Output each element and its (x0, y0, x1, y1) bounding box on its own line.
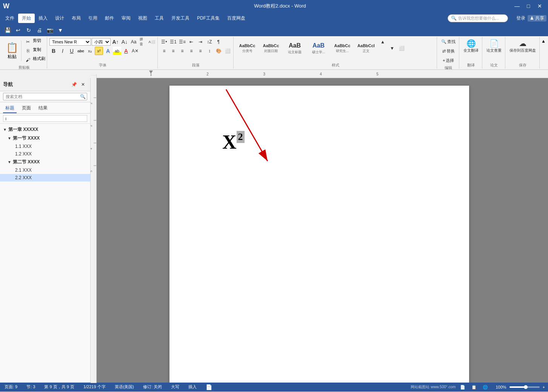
section-status[interactable]: 节: 3 (25, 384, 37, 390)
cut-button[interactable]: ✂ (24, 38, 32, 46)
nav-tab-results[interactable]: 结果 (36, 104, 50, 113)
tree-item-22[interactable]: 2.2 XXX (0, 174, 90, 181)
page-total-status[interactable]: 第 9 页，共 9 页 (43, 384, 75, 390)
style-item-2[interactable]: AaB 论文标题 (283, 38, 306, 59)
borders-button[interactable]: ⬜ (223, 47, 232, 55)
style-item-5[interactable]: AaBbCcI 正文 (355, 38, 377, 59)
shading-button[interactable]: 🎨 (214, 47, 223, 55)
style-item-0[interactable]: AaBbCc 分类号 (236, 38, 259, 59)
menu-item-mailings[interactable]: 邮件 (101, 14, 118, 23)
styles-scroll-down[interactable]: ▼ (388, 44, 396, 52)
nav-pin-button[interactable]: 📌 (70, 80, 78, 89)
menu-item-review[interactable]: 审阅 (118, 14, 134, 23)
font-color-button[interactable]: A (122, 47, 130, 55)
reading-view-button[interactable]: 📋 (470, 384, 478, 390)
language-status[interactable]: 英语(美国) (113, 384, 135, 390)
minimize-button[interactable]: — (512, 1, 522, 11)
subscript-button[interactable]: x₂ (86, 47, 94, 55)
login-button[interactable]: 登录 (514, 15, 528, 22)
page-status[interactable]: 页面: 9 (3, 384, 19, 390)
font-size-selector[interactable]: 小四 (92, 38, 111, 46)
insert-mode-status[interactable]: 插入 (187, 384, 198, 390)
sort-button[interactable]: ↕Z (205, 38, 214, 46)
menu-item-developer[interactable]: 开发工具 (168, 14, 193, 23)
caps-lock-status[interactable]: 大写 (169, 384, 181, 390)
document-area[interactable]: — X2 (91, 78, 548, 383)
search-clear-icon[interactable]: 🔍 (80, 94, 86, 99)
style-item-3[interactable]: AaB 硕士学... (307, 38, 330, 59)
save-qa-button[interactable]: 💾 (3, 26, 12, 35)
full-translate-button[interactable]: 🌐 全文翻译 (462, 38, 480, 54)
tree-item-12[interactable]: 1.2 XXX (0, 150, 90, 158)
share-button[interactable]: ♟ 共享 (528, 15, 546, 22)
redo-button[interactable]: ↻ (24, 26, 33, 35)
tree-item-11[interactable]: 1.1 XXX (0, 143, 90, 150)
menu-item-references[interactable]: 引用 (85, 14, 101, 23)
search-box[interactable]: 🔍 告诉我您想要做什么... (448, 14, 508, 22)
find-button[interactable]: 🔍 查找 (439, 38, 457, 46)
undo-button[interactable]: ↩ (14, 26, 23, 35)
menu-item-view[interactable]: 视图 (134, 14, 151, 23)
nav-tab-pages[interactable]: 页面 (20, 104, 33, 113)
distributed-button[interactable]: ≡ (196, 47, 205, 55)
menu-item-layout[interactable]: 布局 (68, 14, 85, 23)
menu-item-insert[interactable]: 插入 (35, 14, 51, 23)
font-name-selector[interactable]: Times New R (49, 38, 91, 46)
align-right-button[interactable]: ≡ (178, 47, 186, 55)
menu-item-home[interactable]: 开始 (18, 14, 35, 23)
underline-button[interactable]: U (68, 47, 76, 55)
copy-button[interactable]: ⎘ (24, 47, 32, 55)
collapse-ribbon-button[interactable]: ▲ (540, 37, 546, 69)
align-center-button[interactable]: ≡ (169, 47, 177, 55)
strikethrough-button[interactable]: abc (77, 47, 85, 55)
increase-indent-button[interactable]: ⇥ (196, 38, 205, 46)
web-view-button[interactable]: 🌐 (481, 384, 490, 390)
zoom-slider[interactable] (510, 386, 540, 388)
tree-item-ch1[interactable]: ▼ 第一章 XXXXX (0, 125, 90, 134)
align-left-button[interactable]: ≡ (160, 47, 168, 55)
highlight-button[interactable]: ab (113, 47, 121, 55)
customize-qa-button[interactable]: ▼ (56, 26, 65, 35)
replace-button[interactable]: ⇄ 替换 (439, 47, 457, 55)
tree-item-sec1[interactable]: ▼ 第一节 XXXX (0, 134, 90, 143)
styles-scroll-up[interactable]: ▲ (379, 38, 387, 46)
text-effects-button[interactable]: A (104, 47, 112, 55)
select-button[interactable]: ⌖ 选择 (439, 57, 457, 65)
decrease-indent-button[interactable]: ⇤ (187, 38, 195, 46)
bullets-button[interactable]: ☰• (160, 38, 168, 46)
style-item-4[interactable]: AaBbCc 研究生... (331, 38, 354, 59)
numbering-button[interactable]: ☰1 (169, 38, 177, 46)
search-input[interactable] (3, 93, 87, 100)
clear-format-button[interactable]: A✕ (131, 47, 139, 55)
style-item-1[interactable]: AaBbCc 封面日期 (260, 38, 282, 59)
zoom-in-button[interactable]: + (543, 385, 545, 389)
tree-item-sec2[interactable]: ▼ 第二节 XXXX (0, 158, 90, 166)
styles-expand[interactable]: ⬜ (397, 44, 406, 52)
justify-button[interactable]: ≡ (187, 47, 195, 55)
menu-item-design[interactable]: 设计 (51, 14, 68, 23)
paper-review-button[interactable]: 📄 论文查重 (485, 38, 503, 54)
menu-item-tools[interactable]: 工具 (151, 14, 168, 23)
nav-tab-headings[interactable]: 标题 (3, 104, 17, 113)
menu-item-baidu[interactable]: 百度网盘 (223, 14, 249, 23)
save-baidu-button[interactable]: ☁ 保存到百度网盘 (508, 38, 538, 54)
multilevel-list-button[interactable]: ☰≡ (178, 38, 186, 46)
paste-button[interactable]: 📋 粘贴 (3, 40, 22, 61)
show-marks-button[interactable]: ¶ (214, 38, 223, 46)
line-spacing-button[interactable]: ↕ (205, 47, 214, 55)
menu-item-pdf[interactable]: PDF工具集 (193, 14, 223, 23)
file-icon[interactable]: 📄 (204, 384, 214, 390)
change-case-button[interactable]: Aa (129, 38, 138, 46)
border-button[interactable]: A⬜ (148, 38, 156, 46)
italic-button[interactable]: I (58, 47, 67, 55)
tree-search-input[interactable] (3, 115, 87, 122)
decrease-font-button[interactable]: A↓ (120, 38, 129, 46)
close-button[interactable]: ✕ (534, 1, 545, 11)
format-painter-button[interactable]: 🖌 (24, 56, 32, 64)
pinyin-button[interactable]: 拼音 (139, 38, 147, 46)
menu-item-file[interactable]: 文件 (2, 14, 18, 23)
track-changes-status[interactable]: 修订: 关闭 (142, 384, 163, 390)
superscript-button[interactable]: x² (95, 47, 103, 55)
screenshot-button[interactable]: 📷 (45, 26, 54, 35)
print-preview-button[interactable]: 🖨 (35, 26, 44, 35)
